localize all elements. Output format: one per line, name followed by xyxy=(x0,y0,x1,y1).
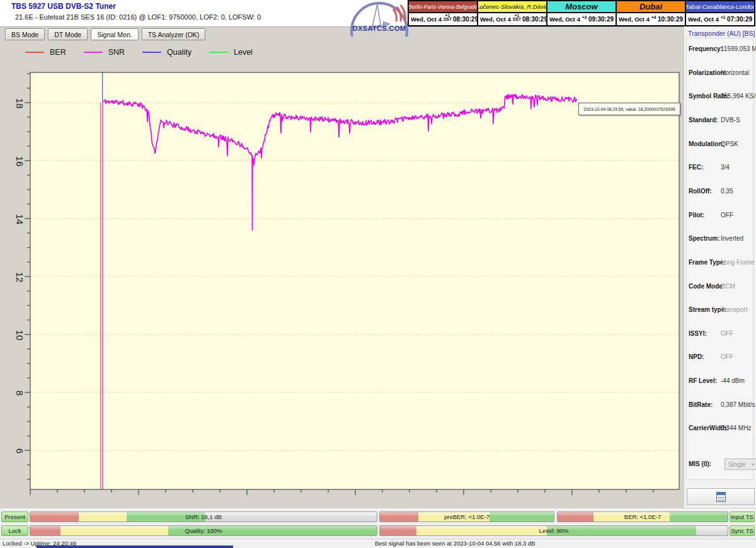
clock-dubai: DubaiWed, Oct 4+410:30:29 xyxy=(616,0,686,26)
lock-button[interactable]: Lock xyxy=(1,525,28,536)
svg-text:10: 10 xyxy=(14,330,25,341)
field-npd: NPD:OFF xyxy=(689,353,754,360)
svg-text:18: 18 xyxy=(14,98,25,109)
status-best-signal: Best signal has been seen at 2023-10-04 … xyxy=(375,540,536,547)
chart-tooltip: 2023-10-04 08.29.55, value: 18,200000762… xyxy=(578,103,680,115)
field-spectrum: Spectrum:Inverted xyxy=(689,235,754,242)
clock-berlin-paris-vienna-belgrade: Berlin-Paris-Vienna-BelgradeWed, Oct 4+1… xyxy=(408,0,478,26)
clock-time-row: Wed, Oct 4+1DST08:30:29 xyxy=(409,13,477,25)
clock-city-label: Moscow xyxy=(547,1,616,13)
clock-city-label: Rabat-Casablanca-London xyxy=(686,1,754,13)
clock-city-label: Dubai xyxy=(617,1,685,13)
present-button[interactable]: Present xyxy=(1,511,28,522)
mode-tabbar: BS ModeDT ModeSignal Mon.TS Analyzer (OK… xyxy=(5,28,205,40)
sync-ts-button[interactable]: Sync TS xyxy=(730,525,755,536)
field-pilot: Pilot:OFF xyxy=(689,212,754,219)
logo-text: DXSATCS.COM xyxy=(348,25,411,32)
world-clocks: Berlin-Paris-Vienna-BelgradeWed, Oct 4+1… xyxy=(408,0,755,26)
window-subtitle: 21.6E - Eutelsat 21B SES 16 (ID: 0216) @… xyxy=(15,13,261,21)
clock-lu-enec-slovakia-r-d-vid: Lučenec-Slovakia_R.DávidWed, Oct 4+1DST0… xyxy=(477,0,547,26)
field-symbol-rate: Symbol Rate:255,994 KS/s xyxy=(689,93,754,100)
svg-text:12: 12 xyxy=(14,272,25,283)
field-standard: Standard:DVB-S xyxy=(689,117,754,123)
clock-moscow: MoscowWed, Oct 4+309:30:29 xyxy=(546,0,617,26)
tab-bs-mode[interactable]: BS Mode xyxy=(5,28,45,40)
quality-bar: Quality: 100% xyxy=(30,525,377,536)
tab-signal-mon[interactable]: Signal Mon. xyxy=(91,28,138,40)
snr-bar: SNR: 18,1 dB xyxy=(30,511,377,522)
field-code-mode: Code Mode:CCM xyxy=(689,283,754,290)
svg-text:8: 8 xyxy=(14,391,25,396)
preber-bar: preBER: <1.0E-7 xyxy=(379,511,554,522)
tab-dt-mode[interactable]: DT Mode xyxy=(48,28,88,40)
window-title: TBS 5927 USB DVB-S2 Tuner xyxy=(11,2,116,11)
field-frequency: Frequency:11599,053 MHz xyxy=(689,45,754,52)
clock-city-label: Berlin-Paris-Vienna-Belgrade xyxy=(409,1,477,13)
svg-text:16: 16 xyxy=(14,156,25,167)
input-ts-button[interactable]: Input TS xyxy=(730,511,755,522)
ber-bar: BER: <1.0E-7 xyxy=(557,511,728,522)
clock-time-row: Wed, Oct 4+309:30:29 xyxy=(547,13,616,25)
x-axis xyxy=(30,489,653,495)
field-issyi: ISSYI:OFF xyxy=(689,330,754,337)
level-bar: Level: 90% xyxy=(379,525,728,536)
transponder-list-icon xyxy=(716,492,726,502)
field-stream-type: Stream type:Transport xyxy=(689,306,754,313)
clock-city-label: Lučenec-Slovakia_R.Dávid xyxy=(478,1,546,13)
mis-select[interactable]: Single▾ xyxy=(724,459,756,470)
indicator-band: PresentSNR: 18,1 dBpreBER: <1.0E-7BER: <… xyxy=(0,508,756,539)
clock-time-row: Wed, Oct 4+410:30:29 xyxy=(617,13,685,25)
transponder-panel: Transponder (AU) [BS] Frequency:11599,05… xyxy=(684,26,756,508)
chevron-down-icon: ▾ xyxy=(752,462,754,467)
clock-time-row: Wed, Oct 4+107:30:29 xyxy=(686,13,754,25)
svg-text:14: 14 xyxy=(14,214,25,225)
field-rf-level: RF Level:-44 dBm xyxy=(689,377,754,384)
taskbar-fragment xyxy=(37,545,233,548)
field-fec: FEC:3/4 xyxy=(689,164,754,171)
field-modulation: Modulation:QPSK xyxy=(689,140,754,147)
dxsatcs-logo: DXSATCS.COM xyxy=(348,0,411,37)
field-bitrate: BitRate:0,387 Mbit/s xyxy=(689,401,754,408)
tuner-app-window: TBS 5927 USB DVB-S2 Tuner 21.6E - Eutels… xyxy=(0,0,756,548)
tab-ts-analyzer-ok[interactable]: TS Analyzer (OK) xyxy=(142,28,206,40)
clock-time-row: Wed, Oct 4+1DST08:30:29 xyxy=(478,13,546,25)
field-carrierwidth: CarrierWidth:0,344 MHz xyxy=(689,425,754,431)
field-frame-type: Frame Type:Long Frame xyxy=(689,259,754,266)
y-axis: 181614121086 xyxy=(14,74,30,479)
field-rolloff: RollOff:0.35 xyxy=(689,188,754,195)
transponder-panel-title: Transponder (AU) [BS] xyxy=(688,30,755,37)
field-polarization: Polarization:Horizontal xyxy=(689,69,754,76)
field-mis: MIS (0):Single▾ xyxy=(689,460,754,467)
svg-text:6: 6 xyxy=(14,448,25,454)
transponder-list-button[interactable] xyxy=(687,488,755,505)
clock-rabat-casablanca-london: Rabat-Casablanca-LondonWed, Oct 4+107:30… xyxy=(685,0,755,26)
